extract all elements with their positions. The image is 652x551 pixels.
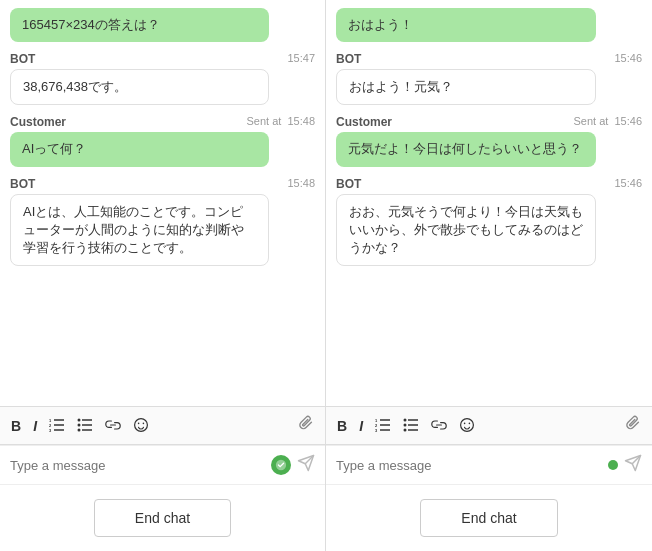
italic-button[interactable]: I bbox=[30, 417, 40, 435]
time-label: 15:46 bbox=[614, 52, 642, 66]
time-label: 15:46 bbox=[614, 177, 642, 191]
svg-point-31 bbox=[464, 422, 466, 424]
toolbar-right: B I 1 2 3 bbox=[326, 406, 652, 445]
toolbar-left: B I 1 2 3 bbox=[0, 406, 325, 445]
input-icons-right bbox=[608, 460, 618, 470]
svg-point-32 bbox=[469, 422, 471, 424]
ordered-list-button[interactable]: 1 2 3 bbox=[46, 416, 68, 436]
svg-point-7 bbox=[78, 423, 81, 426]
bubble-bot: 38,676,438です。 bbox=[10, 69, 269, 105]
svg-text:3: 3 bbox=[49, 428, 52, 432]
sender-label: Customer bbox=[10, 115, 66, 129]
time-label: Sent at 15:48 bbox=[247, 115, 316, 129]
chat-panel-left: 165457×234の答えは？ BOT 15:47 38,676,438です。 … bbox=[0, 0, 326, 551]
emoji-button[interactable] bbox=[130, 415, 152, 437]
message-meta: Customer Sent at 15:46 bbox=[336, 115, 642, 129]
message-group: 165457×234の答えは？ bbox=[10, 8, 315, 42]
send-button-left[interactable] bbox=[297, 454, 315, 476]
italic-button-right[interactable]: I bbox=[356, 417, 366, 435]
message-input-right[interactable] bbox=[336, 458, 602, 473]
bubble-customer: 165457×234の答えは？ bbox=[10, 8, 269, 42]
unordered-list-button-right[interactable] bbox=[400, 416, 422, 436]
bubble-customer: 元気だよ！今日は何したらいいと思う？ bbox=[336, 132, 596, 166]
link-button-right[interactable] bbox=[428, 416, 450, 436]
time-label: Sent at 15:46 bbox=[574, 115, 643, 129]
message-group: Customer Sent at 15:46 元気だよ！今日は何したらいいと思う… bbox=[336, 115, 642, 166]
svg-point-24 bbox=[404, 423, 407, 426]
message-group: BOT 15:48 AIとは、人工知能のことです。コンピューターが人間のように知… bbox=[10, 177, 315, 267]
time-label: 15:48 bbox=[287, 177, 315, 191]
svg-point-6 bbox=[78, 418, 81, 421]
sender-label: BOT bbox=[336, 52, 361, 66]
input-area-left bbox=[0, 445, 325, 484]
link-button[interactable] bbox=[102, 416, 124, 436]
svg-point-25 bbox=[404, 428, 407, 431]
message-meta: BOT 15:46 bbox=[336, 177, 642, 191]
message-input-left[interactable] bbox=[10, 458, 265, 473]
end-chat-area-right: End chat bbox=[326, 484, 652, 551]
sender-label: BOT bbox=[336, 177, 361, 191]
bold-button-right[interactable]: B bbox=[334, 417, 350, 435]
input-area-right bbox=[326, 445, 652, 484]
time-label: 15:47 bbox=[287, 52, 315, 66]
ordered-list-button-right[interactable]: 1 2 3 bbox=[372, 416, 394, 436]
message-group: BOT 15:47 38,676,438です。 bbox=[10, 52, 315, 105]
green-icon-left bbox=[271, 455, 291, 475]
message-meta: BOT 15:46 bbox=[336, 52, 642, 66]
send-button-right[interactable] bbox=[624, 454, 642, 476]
message-group: BOT 15:46 おはよう！元気？ bbox=[336, 52, 642, 105]
svg-point-14 bbox=[138, 422, 140, 424]
sender-label: Customer bbox=[336, 115, 392, 129]
message-meta: BOT 15:47 bbox=[10, 52, 315, 66]
emoji-button-right[interactable] bbox=[456, 415, 478, 437]
message-meta: BOT 15:48 bbox=[10, 177, 315, 191]
end-chat-area-left: End chat bbox=[0, 484, 325, 551]
message-group: Customer Sent at 15:48 AIって何？ bbox=[10, 115, 315, 166]
unordered-list-button[interactable] bbox=[74, 416, 96, 436]
attach-button[interactable] bbox=[295, 413, 317, 438]
messages-left: 165457×234の答えは？ BOT 15:47 38,676,438です。 … bbox=[0, 0, 325, 406]
bubble-bot: おお、元気そうで何より！今日は天気もいいから、外で散歩でもしてみるのはどうかな？ bbox=[336, 194, 596, 267]
svg-point-23 bbox=[404, 418, 407, 421]
bold-button[interactable]: B bbox=[8, 417, 24, 435]
sender-label: BOT bbox=[10, 177, 35, 191]
bubble-bot: おはよう！元気？ bbox=[336, 69, 596, 105]
chat-panel-right: おはよう！ BOT 15:46 おはよう！元気？ Customer Sent a… bbox=[326, 0, 652, 551]
svg-text:3: 3 bbox=[375, 428, 378, 432]
attach-button-right[interactable] bbox=[622, 413, 644, 438]
bubble-customer: AIって何？ bbox=[10, 132, 269, 166]
messages-right: おはよう！ BOT 15:46 おはよう！元気？ Customer Sent a… bbox=[326, 0, 652, 406]
sender-label: BOT bbox=[10, 52, 35, 66]
svg-point-15 bbox=[143, 422, 145, 424]
message-group: おはよう！ bbox=[336, 8, 642, 42]
message-group: BOT 15:46 おお、元気そうで何より！今日は天気もいいから、外で散歩でもし… bbox=[336, 177, 642, 267]
end-chat-button-right[interactable]: End chat bbox=[420, 499, 557, 537]
message-meta: Customer Sent at 15:48 bbox=[10, 115, 315, 129]
green-dot-right bbox=[608, 460, 618, 470]
end-chat-button-left[interactable]: End chat bbox=[94, 499, 231, 537]
svg-point-8 bbox=[78, 428, 81, 431]
bubble-customer: おはよう！ bbox=[336, 8, 596, 42]
input-icons-left bbox=[271, 455, 291, 475]
bubble-bot: AIとは、人工知能のことです。コンピューターが人間のように知的な判断や学習を行う… bbox=[10, 194, 269, 267]
